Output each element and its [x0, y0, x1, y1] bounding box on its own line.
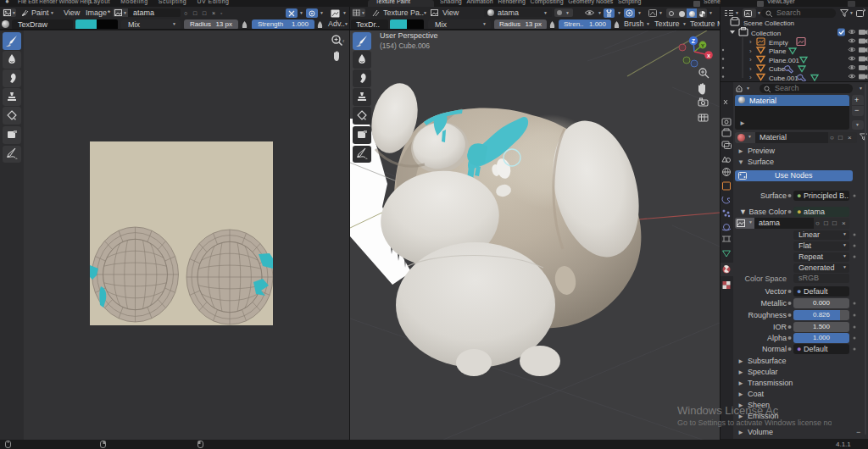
svg-text:Empty: Empty: [769, 39, 788, 47]
svg-text:Cube: Cube: [769, 65, 786, 73]
svg-text:Y: Y: [701, 43, 704, 48]
svg-text:›: ›: [749, 56, 752, 64]
svg-text:Collection: Collection: [751, 30, 781, 37]
svg-text:Z: Z: [692, 38, 696, 44]
svg-text:Plane: Plane: [769, 47, 787, 55]
svg-text:›: ›: [749, 74, 752, 81]
svg-text:Cube.001: Cube.001: [769, 75, 798, 82]
svg-text:›: ›: [749, 47, 752, 55]
svg-text:User Perspective: User Perspective: [380, 31, 438, 40]
svg-text:X: X: [707, 53, 710, 58]
svg-text:(154) Cube.006: (154) Cube.006: [380, 42, 430, 50]
svg-text:›: ›: [749, 65, 752, 73]
svg-text:›: ›: [749, 38, 752, 46]
svg-text:Plane.001: Plane.001: [769, 57, 800, 64]
svg-text:Scene Collection: Scene Collection: [743, 19, 794, 27]
